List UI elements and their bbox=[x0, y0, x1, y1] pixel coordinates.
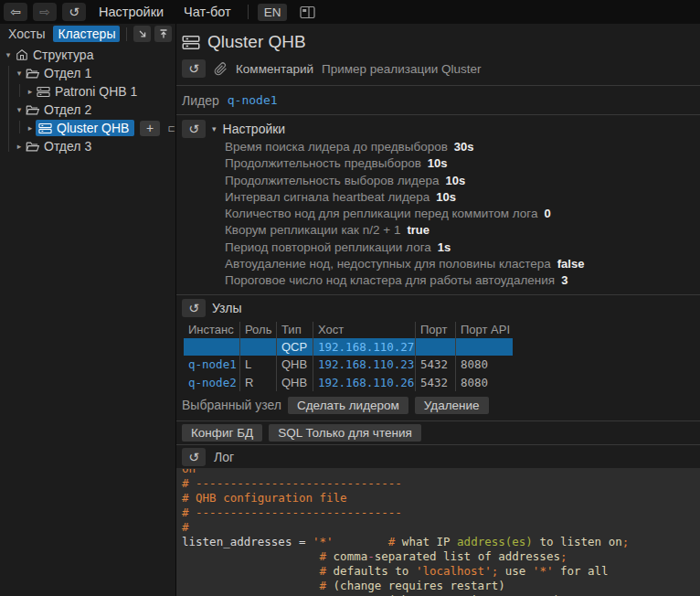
home-icon bbox=[14, 48, 29, 61]
menu-settings[interactable]: Настройки bbox=[91, 5, 171, 19]
arrow-up-to-bar-icon bbox=[158, 28, 169, 39]
tree-item-structure[interactable]: ▾ Структура bbox=[0, 46, 175, 64]
setting-item: Продолжительность выборов лидера10s bbox=[176, 174, 700, 190]
setting-label: Время поиска лидера до предвыборов bbox=[225, 140, 448, 154]
tree-item-otdel-2[interactable]: ▾ Отдел 2 bbox=[0, 101, 175, 119]
page-title: Qluster QHB bbox=[207, 32, 306, 52]
cell-port: 5432 bbox=[416, 356, 456, 374]
table-row[interactable]: q-node1 L QHB 192.168.110.23 5432 8080 bbox=[184, 356, 513, 374]
collapse-all-button[interactable] bbox=[133, 26, 151, 42]
column-header[interactable]: Порт API bbox=[456, 322, 518, 338]
cell-api-port bbox=[456, 338, 518, 357]
cell-type: QHB bbox=[277, 374, 313, 392]
cell-api-port: 8080 bbox=[456, 356, 518, 374]
layout-panel-icon[interactable] bbox=[300, 5, 315, 19]
nodes-header: ↺ Узлы bbox=[176, 297, 700, 320]
setting-label: Период повторной репликации лога bbox=[225, 240, 431, 254]
collapsed-arrow-icon[interactable]: ▸ bbox=[25, 87, 36, 96]
tree-item-otdel-3[interactable]: ▸ Отдел 3 bbox=[0, 137, 175, 155]
table-row[interactable]: q-node2 R QHB 192.168.110.26 5432 8080 bbox=[184, 374, 513, 392]
setting-item: Интервал сигнала heartbeat лидера10s bbox=[176, 190, 700, 207]
app-window: ⇦ ⇨ ↺ Настройки Чат-бот EN Хосты Кластер… bbox=[0, 0, 700, 596]
comment-row: ↺ Комментарий Пример реализации Qluster bbox=[176, 56, 700, 81]
setting-value: 1s bbox=[438, 240, 451, 254]
tab-sql-readonly[interactable]: SQL Только для чтения bbox=[269, 424, 421, 442]
refresh-comment-button[interactable]: ↺ bbox=[182, 59, 206, 78]
expand-arrow-icon[interactable]: ▾ bbox=[14, 105, 25, 114]
tabs-separator bbox=[126, 27, 127, 41]
tab-db-config[interactable]: Конфиг БД bbox=[182, 424, 262, 442]
column-header[interactable]: Тип bbox=[277, 322, 313, 338]
log-header: ↺ Лог bbox=[176, 445, 700, 468]
expand-arrow-icon[interactable]: ▾ bbox=[3, 50, 14, 59]
cell-api-port: 8080 bbox=[456, 374, 518, 392]
cell-host[interactable]: 192.168.110.26 bbox=[313, 374, 416, 392]
refresh-button[interactable]: ↺ bbox=[62, 3, 86, 21]
cell-role bbox=[240, 338, 277, 357]
collapsed-arrow-icon[interactable]: ▸ bbox=[14, 142, 25, 151]
folder-icon bbox=[25, 104, 40, 116]
expand-arrow-icon[interactable]: ▾ bbox=[14, 69, 25, 78]
setting-value: 3 bbox=[561, 273, 567, 287]
leader-node-link[interactable]: q-node1 bbox=[228, 93, 278, 107]
cell-port: 5432 bbox=[416, 374, 456, 392]
cell-port bbox=[416, 338, 456, 357]
setting-item: Количество нод для репликации перед комм… bbox=[176, 207, 700, 223]
expand-to-top-button[interactable] bbox=[154, 26, 172, 42]
table-header-row: Инстанс Роль Тип Хост Порт Порт API bbox=[184, 322, 513, 338]
setting-value: true bbox=[407, 223, 430, 237]
refresh-icon: ↺ bbox=[188, 61, 199, 76]
cell-role: L bbox=[240, 356, 277, 374]
menubar-separator bbox=[248, 5, 249, 19]
tree-item-patroni-qhb-1[interactable]: ▸ Patroni QHB 1 bbox=[0, 82, 175, 101]
column-header[interactable]: Порт bbox=[416, 322, 456, 338]
collapse-triangle-icon[interactable]: ▾ bbox=[212, 124, 217, 133]
tree-item-label: Отдел 2 bbox=[44, 102, 91, 117]
language-button[interactable]: EN bbox=[258, 4, 288, 21]
cell-host[interactable]: 192.168.110.23 bbox=[313, 356, 416, 374]
setting-label: Автоудаление нод, недоступных для полови… bbox=[225, 257, 551, 271]
menu-chatbot[interactable]: Чат-бот bbox=[176, 5, 239, 19]
selected-tree-item[interactable]: Qluster QHB bbox=[36, 120, 134, 136]
delete-node-button[interactable]: Удаление bbox=[415, 397, 489, 414]
title-row: Qluster QHB bbox=[176, 30, 700, 54]
nodes-title: Узлы bbox=[212, 301, 242, 315]
table-row-selected[interactable]: QCP 192.168.110.27 bbox=[184, 338, 513, 357]
setting-label: Продолжительность выборов лидера bbox=[225, 174, 440, 187]
refresh-nodes-button[interactable]: ↺ bbox=[182, 299, 206, 317]
tree-item-label: Отдел 3 bbox=[44, 139, 91, 154]
column-header[interactable]: Роль bbox=[240, 322, 277, 338]
cell-instance bbox=[184, 338, 240, 357]
divider bbox=[176, 114, 700, 115]
refresh-settings-button[interactable]: ↺ bbox=[182, 120, 206, 138]
tab-clusters[interactable]: Кластеры bbox=[53, 26, 120, 42]
sidebar-tabs: Хосты Кластеры bbox=[0, 24, 175, 44]
folder-icon bbox=[25, 141, 40, 153]
refresh-log-button[interactable]: ↺ bbox=[182, 448, 206, 466]
log-lines[interactable]: on# ------------------------------# QHB … bbox=[176, 468, 700, 596]
tree-item-qluster-qhb[interactable]: ▸ Qluster QHB + ⊏ bbox=[0, 119, 175, 137]
cell-type: QHB bbox=[277, 356, 313, 374]
tree-indent-guide bbox=[19, 121, 20, 133]
tree-item-otdel-1[interactable]: ▾ Отдел 1 bbox=[0, 64, 175, 82]
server-icon bbox=[36, 86, 51, 98]
setting-item: Продолжительность предвыборов10s bbox=[176, 156, 700, 173]
setting-item: Кворум репликации как n/2 + 1true bbox=[176, 223, 700, 239]
cell-role: R bbox=[240, 374, 277, 392]
back-button[interactable]: ⇦ bbox=[4, 3, 27, 21]
collapsed-arrow-icon[interactable]: ▸ bbox=[25, 123, 36, 133]
arrow-southeast-icon bbox=[137, 28, 148, 39]
cell-instance[interactable]: q-node2 bbox=[184, 374, 240, 392]
clipped-icon: ⊏ bbox=[168, 123, 175, 133]
cell-instance[interactable]: q-node1 bbox=[184, 356, 240, 374]
tab-hosts[interactable]: Хосты bbox=[4, 26, 49, 42]
add-cluster-button[interactable]: + bbox=[140, 121, 159, 136]
settings-title[interactable]: Настройки bbox=[223, 122, 286, 136]
sidebar: Хосты Кластеры ▾ С bbox=[0, 24, 176, 596]
column-header[interactable]: Хост bbox=[313, 322, 416, 338]
setting-value: 0 bbox=[544, 207, 550, 220]
leader-label: Лидер bbox=[182, 93, 219, 108]
make-leader-button[interactable]: Сделать лидером bbox=[288, 397, 408, 414]
column-header[interactable]: Инстанс bbox=[184, 322, 240, 338]
forward-button[interactable]: ⇨ bbox=[33, 3, 57, 21]
